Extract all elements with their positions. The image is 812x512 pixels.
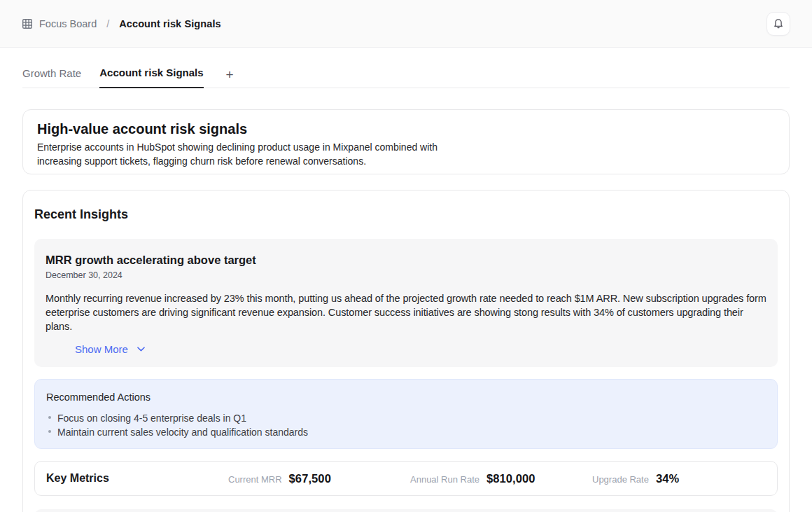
recent-insights-card: Recent Insights MRR growth accelerating …	[22, 190, 790, 512]
metric-value: $67,500	[289, 472, 331, 485]
recommended-actions-box: Recommended Actions Focus on closing 4-5…	[34, 379, 778, 449]
breadcrumb: Focus Board / Account risk Signals	[22, 18, 221, 29]
board-title: High-value account risk signals	[37, 120, 775, 137]
insight-card: MRR growth accelerating above target Dec…	[34, 239, 778, 367]
metric-annual-run-rate: Annual Run Rate $810,000	[410, 472, 592, 485]
recommended-actions-title: Recommended Actions	[46, 390, 766, 404]
breadcrumb-separator: /	[103, 18, 113, 29]
insight-date: December 30, 2024	[46, 270, 766, 281]
plus-icon: +	[226, 67, 234, 82]
metric-value: $810,000	[486, 472, 536, 485]
add-tab-button[interactable]: +	[222, 68, 238, 88]
metric-current-mrr: Current MRR $67,500	[228, 472, 410, 485]
key-metrics-title: Key Metrics	[46, 472, 228, 485]
recent-insights-title: Recent Insights	[34, 207, 778, 222]
bell-icon	[773, 18, 784, 29]
metric-label: Current MRR	[228, 474, 282, 485]
tab-account-risk-signals[interactable]: Account risk Signals	[99, 67, 203, 88]
key-metrics-bar: Key Metrics Current MRR $67,500 Annual R…	[34, 461, 778, 496]
metric-value: 34%	[656, 472, 679, 485]
show-more-label: Show More	[75, 343, 128, 355]
list-item: Focus on closing 4-5 enterprise deals in…	[46, 411, 766, 425]
top-bar: Focus Board / Account risk Signals	[0, 0, 812, 48]
insight-title: MRR growth accelerating above target	[46, 252, 766, 268]
tab-bar: Growth Rate Account risk Signals +	[22, 48, 790, 88]
recommended-actions-list: Focus on closing 4-5 enterprise deals in…	[46, 411, 766, 439]
show-more-button[interactable]: Show More	[75, 343, 145, 355]
insight-body: Monthly recurring revenue increased by 2…	[46, 291, 766, 333]
bullet-icon	[48, 430, 51, 433]
notifications-button[interactable]	[766, 12, 790, 36]
board-description: Enterprise accounts in HubSpot showing d…	[37, 140, 775, 168]
recommended-action-text: Maintain current sales velocity and qual…	[57, 425, 308, 439]
bullet-icon	[48, 416, 51, 419]
breadcrumb-parent[interactable]: Focus Board	[39, 18, 97, 29]
next-insight-card-peek	[34, 509, 778, 512]
board-header-card: High-value account risk signals Enterpri…	[22, 109, 790, 174]
tab-growth-rate[interactable]: Growth Rate	[22, 67, 81, 88]
recommended-action-text: Focus on closing 4-5 enterprise deals in…	[57, 411, 246, 425]
metric-label: Upgrade Rate	[592, 474, 649, 485]
metric-upgrade-rate: Upgrade Rate 34%	[592, 472, 679, 485]
list-item: Maintain current sales velocity and qual…	[46, 425, 766, 439]
metric-label: Annual Run Rate	[410, 474, 479, 485]
breadcrumb-current: Account risk Signals	[119, 18, 220, 29]
chevron-down-icon	[137, 347, 145, 352]
grid-icon	[22, 18, 33, 29]
